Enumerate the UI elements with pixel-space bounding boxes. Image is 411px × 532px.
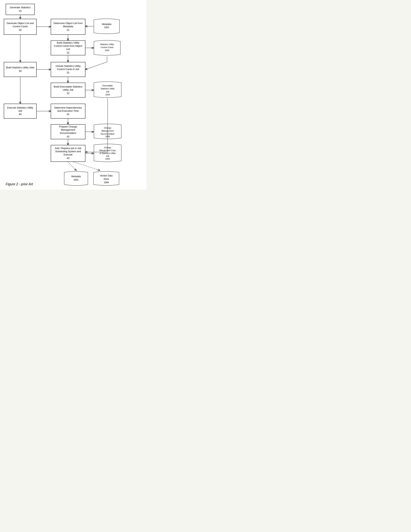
svg-text:Documentation: Documentation <box>101 133 115 135</box>
diagram: Generate Statistics 10 Generate Object L… <box>0 0 146 190</box>
box-31: Include Statistics Utility Control Cards… <box>51 62 86 77</box>
svg-text:Change: Change <box>104 127 111 129</box>
svg-text:Job: Job <box>106 90 109 93</box>
box-21: Determine Object List from Metadata 21 <box>51 19 86 35</box>
svg-text:Metadata: Metadata <box>71 175 81 178</box>
tape-1006: Vendor Data Store 1006 <box>93 171 119 186</box>
box-42: Prepare Change Management Documentation … <box>51 124 86 139</box>
svg-text:Metadata: Metadata <box>102 23 111 26</box>
svg-text:Mangement Copy: Mangement Copy <box>99 149 116 152</box>
svg-text:Statistics Utility: Statistics Utility <box>100 43 114 45</box>
svg-text:Change: Change <box>104 146 111 149</box>
box-32: Build Executable Statistics Utility Job … <box>51 83 86 98</box>
box-20: Generate Object List and Control Cards 2… <box>4 19 37 35</box>
tape-1004: Change Management Documentation 1004 <box>94 123 122 140</box>
box-10: Generate Statistics 10 <box>6 4 35 15</box>
figure-label: Figure 2 - prior Art <box>6 182 33 186</box>
svg-line-38 <box>68 162 76 170</box>
svg-text:Control Cards: Control Cards <box>101 46 113 48</box>
tape-1002: Statistics Utility Control Cards 1002 <box>94 39 121 56</box>
svg-text:of Statistics Utility: of Statistics Utility <box>99 152 116 154</box>
tape-1003: Executable Statistics Utility Job 1003 <box>94 81 122 99</box>
svg-text:1003: 1003 <box>105 94 110 96</box>
box-30: Build Statistics Utility Jobs 30 <box>4 62 37 77</box>
svg-text:Vendor Data: Vendor Data <box>100 174 113 177</box>
box-40: Execute Statistics Utility Job 40 <box>4 104 37 119</box>
tape-1001b: Metadata 1001 <box>64 171 88 186</box>
box-41: Determine Dependencies and Execution Tim… <box>51 104 86 119</box>
box-43: Add / Replace job in Job Scheduling Syst… <box>51 145 86 162</box>
svg-text:Statistics Utility: Statistics Utility <box>101 87 115 90</box>
svg-text:1002: 1002 <box>105 49 109 51</box>
svg-text:1004: 1004 <box>105 135 110 138</box>
svg-text:Job: Job <box>106 155 109 157</box>
svg-text:1001: 1001 <box>104 26 109 29</box>
tape-1001a: Metadata 1001 <box>94 18 120 35</box>
svg-text:1006: 1006 <box>104 181 109 184</box>
svg-text:Store: Store <box>104 178 109 180</box>
svg-line-39 <box>73 162 99 170</box>
svg-text:Management: Management <box>102 130 114 132</box>
svg-text:1005: 1005 <box>105 158 110 160</box>
tape-1005: Change Mangement Copy of Statistics Util… <box>94 143 122 163</box>
svg-text:1001: 1001 <box>74 179 79 181</box>
box-22: Build Statistics Utility Control Cards f… <box>51 40 86 55</box>
svg-text:Executable: Executable <box>103 85 113 87</box>
